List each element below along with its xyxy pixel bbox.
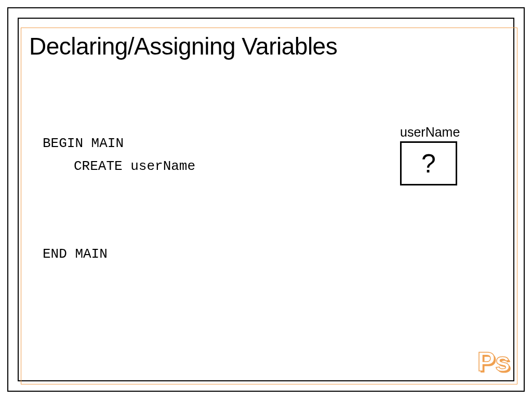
variable-value-box: ?	[400, 141, 457, 185]
code-line-begin: BEGIN MAIN	[43, 132, 195, 155]
code-line-end: END MAIN	[43, 243, 195, 265]
variable-label: userName	[400, 125, 460, 140]
ps-logo: Ps Ps	[477, 346, 510, 377]
slide-title: Declaring/Assigning Variables	[29, 32, 337, 60]
code-line-create: CREATE userName	[43, 155, 195, 178]
pseudocode-block: BEGIN MAIN CREATE userName END MAIN	[43, 132, 195, 266]
ps-logo-main: Ps	[477, 347, 510, 377]
variable-diagram: userName ?	[400, 125, 460, 185]
variable-value: ?	[421, 149, 436, 179]
